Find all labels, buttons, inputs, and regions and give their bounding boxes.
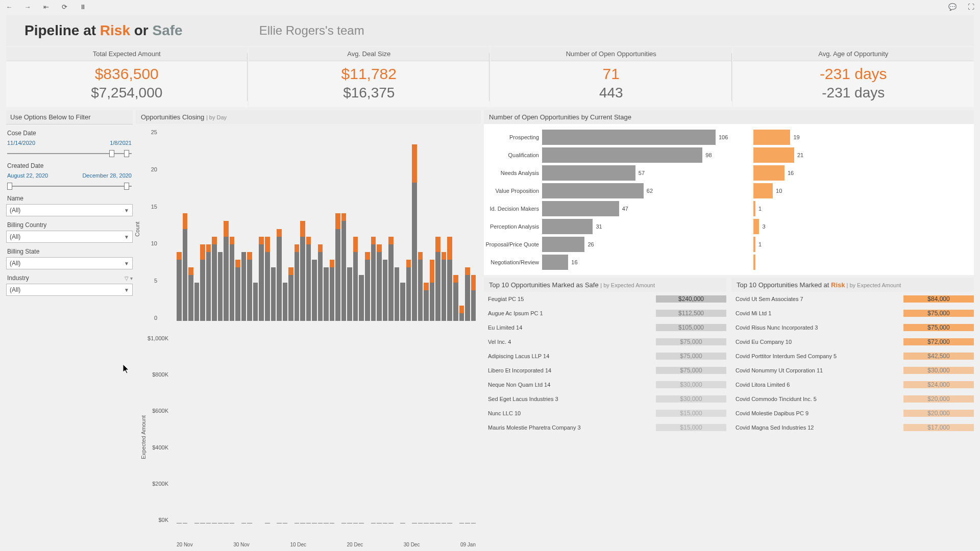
bar-safe[interactable] <box>400 283 405 321</box>
bar-column[interactable] <box>406 129 411 321</box>
bar-column[interactable] <box>324 335 329 523</box>
top10-row[interactable]: Covid Risus Nunc Incorporated 3$75,000 <box>731 320 974 335</box>
bar-safe[interactable] <box>212 244 217 321</box>
bar-column[interactable] <box>388 129 394 321</box>
stage-row[interactable]: Needs Analysis5716 <box>484 164 970 182</box>
stage-bar-safe[interactable] <box>542 219 593 234</box>
bar-column[interactable] <box>395 335 400 523</box>
bar-column[interactable] <box>183 129 188 321</box>
bar-safe[interactable] <box>453 283 458 321</box>
bar-risk[interactable] <box>341 213 347 221</box>
bar-column[interactable] <box>335 129 340 321</box>
bar-column[interactable] <box>330 335 335 523</box>
bar-safe[interactable] <box>300 237 305 321</box>
bar-column[interactable] <box>359 335 364 523</box>
bar-safe[interactable] <box>418 260 423 321</box>
bar-risk[interactable] <box>206 244 211 252</box>
bar-safe[interactable] <box>194 283 200 321</box>
bar-risk[interactable] <box>424 283 429 290</box>
bar-column[interactable] <box>324 129 329 321</box>
bar-column[interactable] <box>206 129 211 321</box>
stage-bar-risk[interactable] <box>753 255 755 270</box>
bar-risk[interactable] <box>200 244 205 260</box>
top10-row[interactable]: Vel Inc. 4$75,000 <box>484 335 726 349</box>
top10-row[interactable]: Covid Ut Sem Associates 7$84,000 <box>731 292 974 306</box>
bar-column[interactable] <box>306 129 311 321</box>
bar-risk[interactable] <box>212 237 217 244</box>
bar-column[interactable] <box>400 335 405 523</box>
bar-safe[interactable] <box>253 283 258 321</box>
bar-column[interactable] <box>271 129 276 321</box>
bar-risk[interactable] <box>265 237 270 252</box>
bar-safe[interactable] <box>318 252 323 321</box>
bar-safe[interactable] <box>371 244 376 321</box>
bar-column[interactable] <box>277 129 282 321</box>
top10-row[interactable]: Covid Nonummy Ut Corporation 11$30,000 <box>731 363 974 378</box>
goto-start-icon[interactable]: ⇤ <box>42 3 50 11</box>
bar-risk[interactable] <box>335 213 340 229</box>
bar-column[interactable] <box>177 335 182 523</box>
bar-safe[interactable] <box>347 267 352 321</box>
stage-row[interactable]: Prospecting10619 <box>484 128 970 146</box>
top10-row[interactable]: Eu Limited 14$105,000 <box>484 320 726 335</box>
bar-column[interactable] <box>212 129 217 321</box>
bar-safe[interactable] <box>324 267 329 321</box>
top10-row[interactable]: Augue Ac Ipsum PC 1$112,500 <box>484 306 726 320</box>
top10-row[interactable]: Neque Non Quam Ltd 14$30,000 <box>484 378 726 392</box>
bar-column[interactable] <box>288 129 293 321</box>
bar-risk[interactable] <box>471 275 476 290</box>
bar-column[interactable] <box>447 129 452 321</box>
bar-risk[interactable] <box>353 237 358 252</box>
bar-safe[interactable] <box>471 290 476 321</box>
bar-safe[interactable] <box>235 267 240 321</box>
bar-column[interactable] <box>318 129 323 321</box>
bar-column[interactable] <box>265 335 270 523</box>
bar-column[interactable] <box>412 129 417 321</box>
bar-safe[interactable] <box>277 237 282 321</box>
bar-safe[interactable] <box>183 229 188 321</box>
bar-risk[interactable] <box>442 252 447 260</box>
bar-column[interactable] <box>300 129 305 321</box>
kpi-open-opps[interactable]: Number of Open Opportunities 71 443 <box>491 47 732 107</box>
bar-risk[interactable] <box>288 267 293 275</box>
bar-safe[interactable] <box>388 244 394 321</box>
filter-billing-country-dropdown[interactable]: (All) ▼ <box>6 231 133 243</box>
bar-safe[interactable] <box>459 313 464 321</box>
bar-column[interactable] <box>400 129 405 321</box>
bar-column[interactable] <box>277 335 282 523</box>
bar-column[interactable] <box>347 335 352 523</box>
created-date-from[interactable]: August 22, 2020 <box>7 172 48 179</box>
fullscreen-icon[interactable]: ⛶ <box>967 3 975 11</box>
stage-bar-safe[interactable] <box>542 201 619 216</box>
bar-column[interactable] <box>177 129 182 321</box>
bar-column[interactable] <box>188 335 193 523</box>
stage-row[interactable]: Value Proposition6210 <box>484 182 970 199</box>
bar-safe[interactable] <box>177 260 182 321</box>
bar-safe[interactable] <box>265 252 270 321</box>
top10-row[interactable]: Mauris Molestie Pharetra Company 3$15,00… <box>484 420 726 435</box>
bar-risk[interactable] <box>330 260 335 267</box>
bar-column[interactable] <box>353 335 358 523</box>
bar-column[interactable] <box>453 129 458 321</box>
top10-row[interactable]: Feugiat PC 15$240,000 <box>484 292 726 306</box>
filter-industry-dropdown[interactable]: (All) ▼ <box>6 284 133 296</box>
bar-column[interactable] <box>212 335 217 523</box>
bar-column[interactable] <box>424 129 429 321</box>
slider-handle-low[interactable] <box>109 150 114 157</box>
bar-column[interactable] <box>418 129 423 321</box>
bar-risk[interactable] <box>365 252 370 260</box>
stage-bar-safe[interactable] <box>542 147 702 163</box>
bar-risk[interactable] <box>412 144 417 183</box>
bar-column[interactable] <box>371 335 376 523</box>
bar-column[interactable] <box>471 129 476 321</box>
top10-row[interactable]: Covid Mi Ltd 1$75,000 <box>731 306 974 320</box>
bar-risk[interactable] <box>188 267 193 275</box>
bar-column[interactable] <box>465 335 470 523</box>
pause-icon[interactable]: ⏸ <box>79 3 87 11</box>
bar-column[interactable] <box>247 335 252 523</box>
stage-bar-risk[interactable] <box>753 183 773 198</box>
bar-safe[interactable] <box>359 275 364 321</box>
bar-risk[interactable] <box>183 213 188 229</box>
top10-row[interactable]: Libero Et Incorporated 14$75,000 <box>484 363 726 378</box>
stage-bar-safe[interactable] <box>542 255 568 270</box>
